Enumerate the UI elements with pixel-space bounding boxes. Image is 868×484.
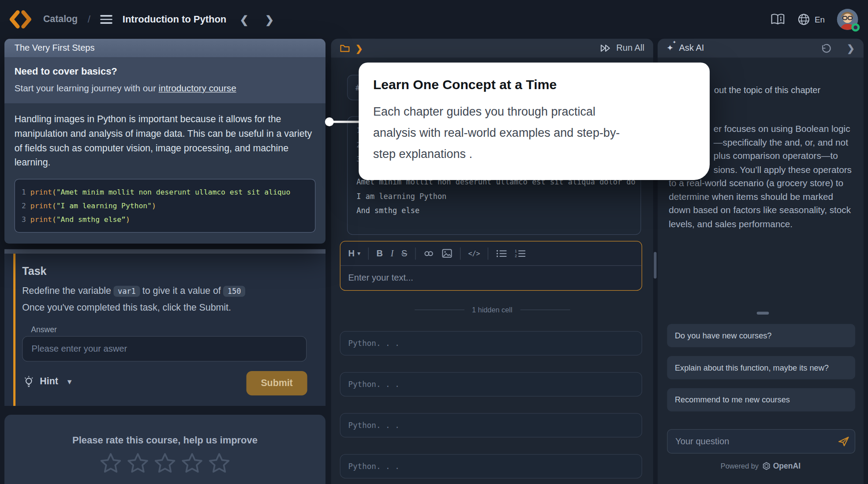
rating-title: Please rate this course, help us improve (4, 435, 326, 446)
run-all-label: Run All (616, 43, 644, 53)
hidden-cell-label: 1 hidden cell (472, 306, 513, 314)
star-icon[interactable] (153, 451, 177, 476)
tour-popover-title: Learn One Concept at a Time (373, 77, 693, 92)
avatar[interactable] (837, 9, 858, 30)
suggestion-button[interactable]: Do you have new courses? (667, 324, 855, 347)
course-title: Introduction to Python (123, 14, 226, 25)
popover-line: Each chapter guides you through practica… (373, 101, 693, 123)
language-label: En (815, 15, 825, 24)
description-line: determine when items should be marked (669, 190, 860, 203)
folder-icon[interactable] (340, 44, 350, 53)
popover-line: analysis with real-world examples and st… (373, 122, 693, 143)
answer-label: Answer (31, 325, 57, 334)
hint-toggle[interactable]: Hint ▼ (23, 375, 73, 388)
ordered-list-icon[interactable]: 12 (515, 249, 526, 258)
star-icon[interactable] (98, 451, 123, 476)
powered-by: Powered by OpenAI (658, 461, 864, 470)
submit-button[interactable]: Submit (247, 371, 307, 395)
python-cell[interactable]: Python. . . (340, 372, 642, 396)
python-cell[interactable]: Python. . . (340, 454, 642, 478)
output-line: I am learning Python (356, 189, 635, 203)
text-cell-input[interactable]: Enter your text... (340, 266, 642, 290)
lesson-card: The Very First Steps Need to cover basic… (4, 39, 326, 244)
task-section: Task Redefine the variablevar1to give it… (4, 254, 326, 406)
chevron-down-icon: ▼ (66, 377, 73, 386)
var-chip: var1 (113, 286, 140, 297)
collapse-chevron-icon[interactable]: ❯ (847, 42, 855, 54)
question-input[interactable] (667, 429, 855, 454)
suggestion-button[interactable]: Explain about this function, maybe its n… (667, 356, 855, 379)
rating-card: Please rate this course, help us improve (4, 415, 326, 484)
send-icon[interactable] (838, 435, 850, 450)
breadcrumb-catalog[interactable]: Catalog (43, 14, 78, 25)
expand-chevron-icon[interactable]: ❯ (355, 43, 363, 53)
value-chip: 150 (223, 286, 246, 297)
lightbulb-icon (23, 375, 34, 388)
globe-icon (797, 13, 810, 26)
scrollbar-thumb[interactable] (654, 252, 656, 278)
hidden-cell-divider[interactable]: 1 hidden cell (331, 306, 653, 314)
heading-icon[interactable]: H▾ (348, 248, 360, 259)
description-line: levels, and sales performance. (669, 217, 860, 230)
task-instruction-2: Once you've completed this task, click t… (22, 302, 231, 313)
brand-logo-icon[interactable] (9, 10, 33, 29)
rich-text-editor: H▾ B I S </> 12 (340, 241, 642, 291)
link-icon[interactable] (423, 248, 434, 259)
star-icon[interactable] (207, 451, 231, 476)
svg-text:1: 1 (515, 249, 517, 253)
italic-icon[interactable]: I (391, 248, 394, 259)
description-line: er focuses on using Boolean logic (714, 122, 860, 135)
basics-text-prefix: Start your learning journey with our (15, 83, 159, 93)
openai-logo-icon (763, 461, 771, 470)
task-text: Redefine the variable (22, 286, 111, 296)
star-icon[interactable] (180, 451, 204, 476)
ask-ai-topic-line: out the topic of this chapter (714, 85, 820, 95)
prev-chapter-button[interactable]: ❮ (236, 13, 252, 26)
rating-stars (4, 451, 326, 476)
bold-icon[interactable]: B (377, 248, 383, 259)
description-line: down based on factors like seasonality, … (669, 203, 860, 217)
divider-line (520, 310, 570, 310)
star-icon[interactable] (126, 451, 150, 476)
lesson-card-body: Handling images in Python is important b… (4, 104, 326, 244)
drag-handle[interactable] (757, 312, 769, 315)
answer-input[interactable] (22, 336, 307, 362)
sparkles-icon: ✦✦ (666, 43, 673, 53)
avatar-status-badge (851, 23, 860, 32)
python-cell[interactable]: Python. . . (340, 413, 642, 437)
glossary-book-icon[interactable] (771, 13, 785, 26)
powered-by-label: Powered by (721, 461, 759, 470)
run-all-icon (600, 43, 611, 53)
code-icon[interactable]: </> (468, 249, 480, 257)
image-icon[interactable] (441, 249, 452, 258)
breadcrumb-separator: / (88, 14, 90, 25)
task-text: to give it a value of (142, 286, 221, 296)
python-cell[interactable]: Python. . . (340, 331, 642, 356)
editor-toolbar: H▾ B I S </> 12 (340, 241, 642, 266)
language-selector[interactable]: En (797, 13, 825, 26)
tour-popover: Learn One Concept at a Time Each chapter… (359, 63, 710, 180)
ask-ai-header: ✦✦ Ask AI ❯ (658, 39, 864, 58)
svg-text:2: 2 (515, 254, 517, 258)
reset-chat-icon[interactable] (821, 43, 831, 53)
basics-text: Start your learning journey with our int… (15, 83, 316, 94)
strikethrough-icon[interactable]: S (401, 248, 407, 259)
hint-label: Hint (40, 376, 58, 387)
toolbar-divider (488, 247, 488, 259)
suggestion-button[interactable]: Recommend to me new courses (667, 388, 855, 412)
cell-output: Amet minim mollit non deserunt ullamco e… (356, 174, 635, 218)
toolbar-divider (368, 247, 369, 259)
bullet-list-icon[interactable] (496, 249, 507, 258)
tour-anchor-dot (325, 117, 334, 126)
task-instruction: Redefine the variablevar1to give it a va… (22, 286, 247, 297)
run-all-button[interactable]: Run All (600, 43, 644, 53)
divider-line (414, 310, 464, 310)
lesson-card-header: The Very First Steps (4, 39, 326, 58)
next-chapter-button[interactable]: ❯ (262, 13, 277, 26)
tour-popover-body: Each chapter guides you through practica… (373, 101, 693, 165)
chapters-menu-icon[interactable] (101, 15, 113, 24)
openai-brand-label: OpenAI (773, 461, 801, 470)
introductory-course-link[interactable]: introductory course (159, 83, 236, 93)
notebook-header: ❯ Run All (331, 39, 653, 58)
ask-ai-title: Ask AI (679, 43, 704, 53)
